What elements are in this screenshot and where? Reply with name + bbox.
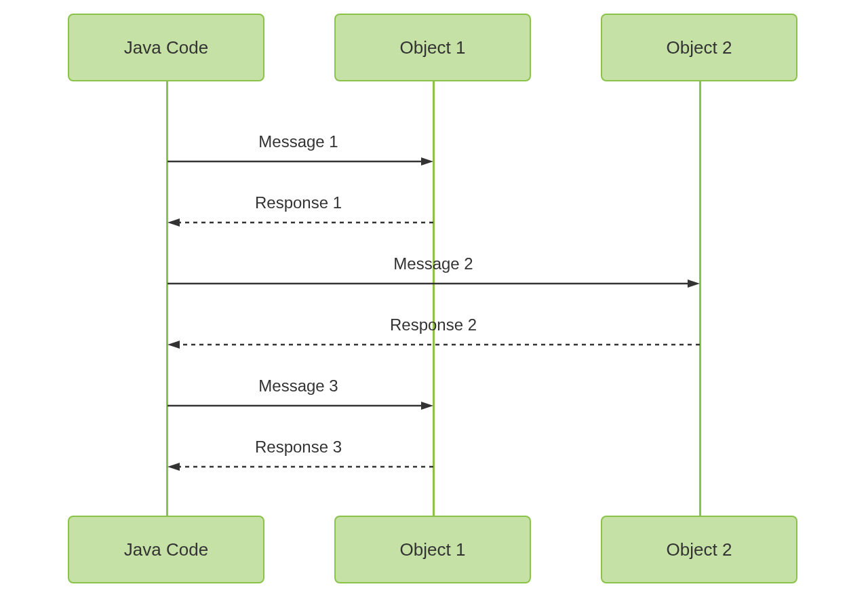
svg-marker-9	[421, 402, 433, 410]
participant-java-code-bottom: Java Code	[68, 516, 264, 583]
response-3-label: Response 3	[255, 438, 342, 457]
svg-marker-1	[421, 157, 433, 166]
svg-marker-7	[167, 341, 180, 349]
participant-object-2-top: Object 2	[601, 14, 797, 81]
svg-marker-5	[688, 280, 700, 288]
participant-label: Object 1	[400, 37, 466, 58]
participant-java-code-top: Java Code	[68, 14, 264, 81]
message-1-label: Message 1	[258, 132, 338, 151]
message-2-label: Message 2	[393, 254, 473, 273]
svg-marker-11	[167, 463, 180, 471]
lifeline-object-2	[699, 81, 701, 516]
participant-label: Java Code	[124, 539, 208, 560]
participant-object-1-top: Object 1	[334, 14, 531, 81]
message-1-arrow	[167, 156, 433, 170]
response-2-label: Response 2	[390, 315, 477, 334]
participant-object-1-bottom: Object 1	[334, 516, 531, 583]
lifeline-java-code	[166, 81, 168, 516]
response-3-arrow	[167, 461, 433, 475]
response-1-arrow	[167, 217, 433, 231]
participant-object-2-bottom: Object 2	[601, 516, 797, 583]
svg-marker-3	[167, 218, 180, 227]
message-3-label: Message 3	[258, 377, 338, 396]
participant-label: Object 2	[667, 37, 732, 58]
response-1-label: Response 1	[255, 193, 342, 212]
participant-label: Object 1	[400, 539, 466, 560]
message-3-arrow	[167, 400, 433, 414]
participant-label: Java Code	[124, 37, 208, 58]
participant-label: Object 2	[667, 539, 732, 560]
lifeline-object-1	[433, 81, 435, 516]
